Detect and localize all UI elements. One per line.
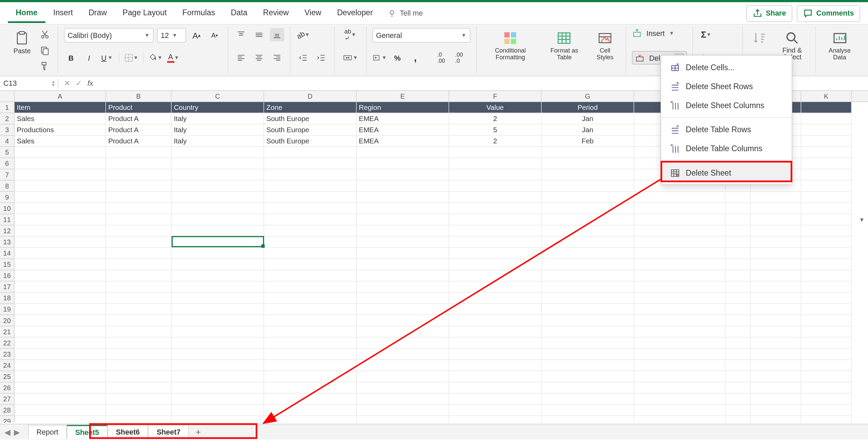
cell[interactable] xyxy=(541,147,634,158)
cell[interactable]: 2 xyxy=(449,113,542,124)
analyse-data-button[interactable]: Analyse Data xyxy=(822,28,858,63)
cell[interactable] xyxy=(357,304,449,315)
cell[interactable] xyxy=(751,382,801,394)
cell[interactable] xyxy=(726,338,751,349)
cell[interactable] xyxy=(264,326,357,337)
cell[interactable] xyxy=(726,270,751,281)
cell[interactable] xyxy=(106,326,172,337)
row-header[interactable]: 21 xyxy=(0,326,14,337)
sheet-tab-report[interactable]: Report xyxy=(28,425,67,439)
cell[interactable] xyxy=(106,214,172,225)
row-header[interactable]: 23 xyxy=(0,349,14,360)
cell[interactable] xyxy=(726,293,751,304)
enter-formula-button[interactable]: ✓ xyxy=(76,79,82,87)
row-header[interactable]: 26 xyxy=(0,382,14,394)
cell[interactable] xyxy=(449,225,542,237)
column-header[interactable]: B xyxy=(106,91,172,101)
row-header[interactable]: 17 xyxy=(0,281,14,293)
row-header[interactable]: 25 xyxy=(0,371,14,382)
fill-color-button[interactable]: ▼ xyxy=(148,51,162,64)
cell[interactable] xyxy=(541,326,634,337)
cell[interactable] xyxy=(541,270,634,281)
cell[interactable] xyxy=(264,225,357,237)
cell[interactable] xyxy=(726,349,751,360)
italic-button[interactable]: I xyxy=(82,51,96,64)
cell[interactable] xyxy=(726,394,751,405)
cell[interactable] xyxy=(15,169,106,180)
cell[interactable] xyxy=(751,349,801,360)
cell[interactable] xyxy=(15,349,106,360)
format-as-table-button[interactable]: Format as Table xyxy=(543,28,586,63)
cell[interactable] xyxy=(541,371,634,382)
cell[interactable] xyxy=(801,281,852,293)
cell[interactable] xyxy=(449,338,542,349)
cell[interactable]: Product xyxy=(106,102,172,113)
cell[interactable] xyxy=(15,382,106,394)
cell[interactable] xyxy=(449,326,542,337)
ribbon-tab-review[interactable]: Review xyxy=(255,3,297,23)
cell[interactable] xyxy=(801,270,852,281)
cell[interactable] xyxy=(106,147,172,158)
cell[interactable] xyxy=(357,237,449,248)
cell[interactable] xyxy=(172,293,264,304)
cell[interactable] xyxy=(449,293,542,304)
cell[interactable]: 2 xyxy=(449,136,542,147)
cell[interactable]: Italy xyxy=(172,113,264,124)
cell[interactable] xyxy=(801,293,852,304)
cell[interactable] xyxy=(357,293,449,304)
cell[interactable] xyxy=(357,338,449,349)
cell[interactable] xyxy=(751,326,801,337)
cell[interactable] xyxy=(541,180,634,192)
row-header[interactable]: 3 xyxy=(0,124,14,136)
cell[interactable] xyxy=(264,270,357,281)
increase-indent-button[interactable] xyxy=(314,51,329,64)
cell[interactable]: Period xyxy=(541,102,634,113)
cell[interactable]: Jan xyxy=(541,113,634,124)
row-header[interactable]: 16 xyxy=(0,270,14,281)
cell[interactable] xyxy=(801,158,852,169)
cell[interactable]: Product A xyxy=(106,113,172,124)
cell[interactable]: Country xyxy=(172,102,264,113)
cell[interactable] xyxy=(449,416,542,423)
align-middle-button[interactable] xyxy=(252,28,266,42)
cell[interactable] xyxy=(801,102,852,113)
cell[interactable] xyxy=(172,315,264,326)
cell[interactable]: Feb xyxy=(541,136,634,147)
cell[interactable] xyxy=(726,259,751,270)
cell[interactable]: Region xyxy=(357,102,449,113)
cell[interactable] xyxy=(726,360,751,371)
cell[interactable] xyxy=(264,192,357,203)
ribbon-tab-insert[interactable]: Insert xyxy=(45,3,81,23)
cell[interactable] xyxy=(15,338,106,349)
cell[interactable] xyxy=(801,192,852,203)
autosum-button[interactable]: Σ▼ xyxy=(699,28,713,42)
cell[interactable]: Italy xyxy=(172,136,264,147)
cell[interactable] xyxy=(172,203,264,214)
cell[interactable] xyxy=(106,371,172,382)
row-header[interactable]: 5 xyxy=(0,147,14,158)
cell[interactable] xyxy=(634,281,726,293)
cell[interactable] xyxy=(357,349,449,360)
cell[interactable] xyxy=(357,192,449,203)
cell[interactable] xyxy=(634,237,726,248)
cell-styles-button[interactable]: Cell Styles xyxy=(590,28,620,63)
cancel-formula-button[interactable]: ✕ xyxy=(64,79,70,87)
cell[interactable] xyxy=(541,416,634,423)
cell[interactable] xyxy=(264,203,357,214)
cell[interactable] xyxy=(751,214,801,225)
cell[interactable] xyxy=(106,304,172,315)
cell[interactable]: Zone xyxy=(264,102,357,113)
cell[interactable] xyxy=(801,371,852,382)
cell[interactable] xyxy=(106,158,172,169)
cell[interactable] xyxy=(264,281,357,293)
cell[interactable] xyxy=(106,394,172,405)
cell[interactable] xyxy=(449,394,542,405)
cell[interactable] xyxy=(449,315,542,326)
cell[interactable] xyxy=(106,293,172,304)
cell[interactable] xyxy=(726,416,751,423)
cell[interactable] xyxy=(634,192,726,203)
cell[interactable] xyxy=(751,371,801,382)
cell[interactable] xyxy=(751,270,801,281)
row-header[interactable]: 28 xyxy=(0,405,14,416)
cell[interactable] xyxy=(751,248,801,259)
